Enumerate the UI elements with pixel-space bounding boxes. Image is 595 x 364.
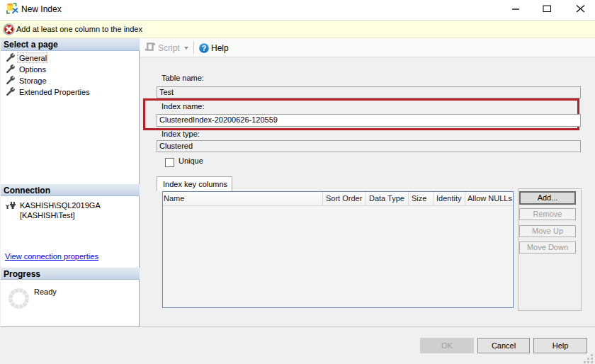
svg-text:?: ?	[202, 43, 206, 52]
